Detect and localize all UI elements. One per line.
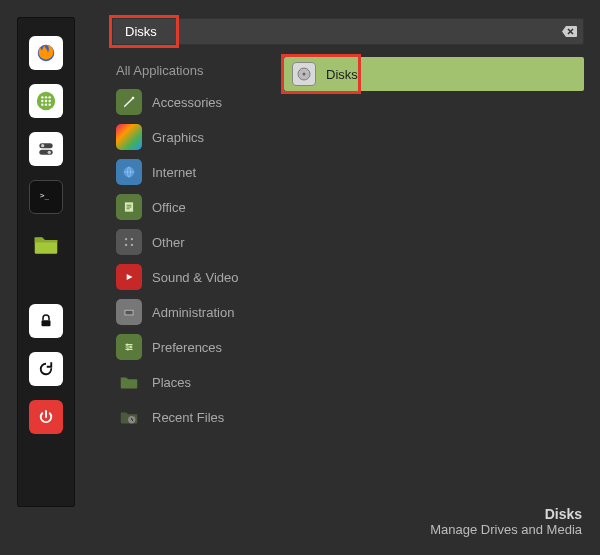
svg-point-27 [130,346,132,348]
firefox-icon [35,42,57,64]
app-menu: All Applications Accessories Graphics [112,18,584,431]
svg-point-28 [127,348,129,350]
recent-icon [116,404,142,430]
category-label: Preferences [152,340,222,355]
panel-lock[interactable] [29,304,63,338]
places-icon [116,369,142,395]
svg-point-31 [303,73,306,76]
panel-firefox[interactable] [29,36,63,70]
sound-video-icon [116,264,142,290]
category-label: Office [152,200,186,215]
svg-point-10 [48,103,50,105]
svg-point-12 [41,144,44,147]
svg-point-14 [48,151,51,154]
terminal-icon: >_ [37,188,55,206]
category-places[interactable]: Places [112,368,284,396]
result-disks[interactable]: Disks [284,57,584,91]
office-icon [116,194,142,220]
category-administration[interactable]: Administration [112,298,284,326]
svg-point-9 [45,103,47,105]
svg-point-2 [41,96,43,98]
folder-icon [31,230,61,260]
panel-apps-grid[interactable] [29,84,63,118]
svg-rect-25 [126,311,133,315]
category-label: Internet [152,165,196,180]
search-input[interactable] [125,24,562,39]
svg-point-20 [125,238,127,240]
panel-toggle[interactable] [29,132,63,166]
disks-icon [292,62,316,86]
svg-point-5 [41,100,43,102]
category-label: Accessories [152,95,222,110]
category-sound-video[interactable]: Sound & Video [112,263,284,291]
svg-rect-16 [42,320,51,326]
svg-point-23 [131,244,133,246]
accessories-icon [116,89,142,115]
footer-subtitle: Manage Drives and Media [430,522,582,537]
category-accessories[interactable]: Accessories [112,88,284,116]
svg-point-6 [45,100,47,102]
internet-icon [116,159,142,185]
svg-point-7 [48,100,50,102]
preferences-icon [116,334,142,360]
categories-column: All Applications Accessories Graphics [112,57,284,431]
panel-power[interactable] [29,400,63,434]
lock-icon [37,312,55,330]
svg-point-4 [48,96,50,98]
apps-grid-icon [35,90,57,112]
category-preferences[interactable]: Preferences [112,333,284,361]
category-internet[interactable]: Internet [112,158,284,186]
category-label: Other [152,235,185,250]
category-label: Sound & Video [152,270,239,285]
other-icon [116,229,142,255]
category-graphics[interactable]: Graphics [112,123,284,151]
svg-point-8 [41,103,43,105]
panel-files[interactable] [29,228,63,262]
launcher-panel: >_ [17,17,75,507]
administration-icon [116,299,142,325]
graphics-icon [116,124,142,150]
clear-icon[interactable] [562,25,577,38]
category-other[interactable]: Other [112,228,284,256]
category-label: Places [152,375,191,390]
svg-point-26 [126,344,128,346]
svg-point-22 [125,244,127,246]
category-label: Administration [152,305,234,320]
svg-point-3 [45,96,47,98]
footer-title: Disks [430,506,582,522]
svg-text:>_: >_ [40,191,50,200]
svg-point-17 [132,97,135,100]
reload-icon [37,360,55,378]
category-label: Recent Files [152,410,224,425]
category-label: Graphics [152,130,204,145]
panel-restart[interactable] [29,352,63,386]
search-field[interactable] [112,18,584,45]
toggle-icon [36,139,56,159]
category-office[interactable]: Office [112,193,284,221]
app-description: Disks Manage Drives and Media [430,506,582,537]
category-recent[interactable]: Recent Files [112,403,284,431]
panel-terminal[interactable]: >_ [29,180,63,214]
result-label: Disks [326,67,358,82]
categories-header[interactable]: All Applications [112,57,284,88]
power-icon [37,408,55,426]
results-column: Disks [284,57,584,431]
svg-point-21 [131,238,133,240]
